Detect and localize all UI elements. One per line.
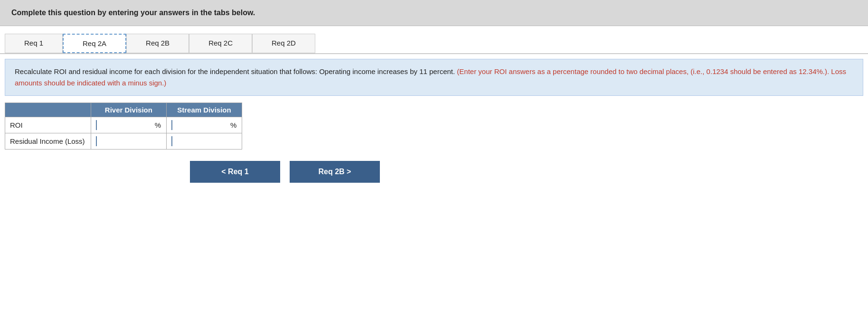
row-label-residual: Residual Income (Loss) (5, 133, 91, 150)
river-roi-input-group: % (96, 120, 161, 130)
data-table: River Division Stream Division ROI % (5, 103, 242, 150)
tab-req2b[interactable]: Req 2B (126, 34, 189, 53)
prev-button[interactable]: < Req 1 (190, 161, 280, 183)
col-header-river: River Division (91, 103, 166, 117)
river-residual-input[interactable] (96, 136, 153, 146)
tabs-area: Req 1 Req 2A Req 2B Req 2C Req 2D (0, 26, 868, 54)
river-roi-percent: % (155, 121, 161, 129)
tab-req2d[interactable]: Req 2D (252, 34, 315, 53)
stream-roi-input-group: % (171, 120, 237, 130)
river-residual-cell (91, 133, 166, 150)
stream-residual-input-group (171, 136, 237, 146)
table-area: River Division Stream Division ROI % (5, 103, 863, 150)
river-residual-input-group (96, 136, 161, 146)
stream-roi-input[interactable] (171, 120, 228, 130)
tab-req2c[interactable]: Req 2C (189, 34, 252, 53)
table-row: ROI % % (5, 117, 242, 133)
table-row: Residual Income (Loss) (5, 133, 242, 150)
stream-residual-cell (166, 133, 242, 150)
header-instruction: Complete this question by entering your … (11, 9, 255, 17)
stream-roi-percent: % (230, 121, 236, 129)
instruction-box: Recalculate ROI and residual income for … (5, 59, 863, 96)
row-label-roi: ROI (5, 117, 91, 133)
instruction-main: Recalculate ROI and residual income for … (15, 67, 455, 75)
button-row: < Req 1 Req 2B > (142, 161, 427, 183)
river-roi-input[interactable] (96, 120, 153, 130)
next-button[interactable]: Req 2B > (290, 161, 380, 183)
col-header-empty (5, 103, 91, 117)
river-roi-cell: % (91, 117, 166, 133)
stream-residual-input[interactable] (171, 136, 228, 146)
page-wrapper: Complete this question by entering your … (0, 0, 868, 183)
tab-req1[interactable]: Req 1 (5, 34, 63, 53)
stream-roi-cell: % (166, 117, 242, 133)
col-header-stream: Stream Division (166, 103, 242, 117)
header-banner: Complete this question by entering your … (0, 0, 868, 26)
tab-req2a[interactable]: Req 2A (63, 34, 126, 53)
